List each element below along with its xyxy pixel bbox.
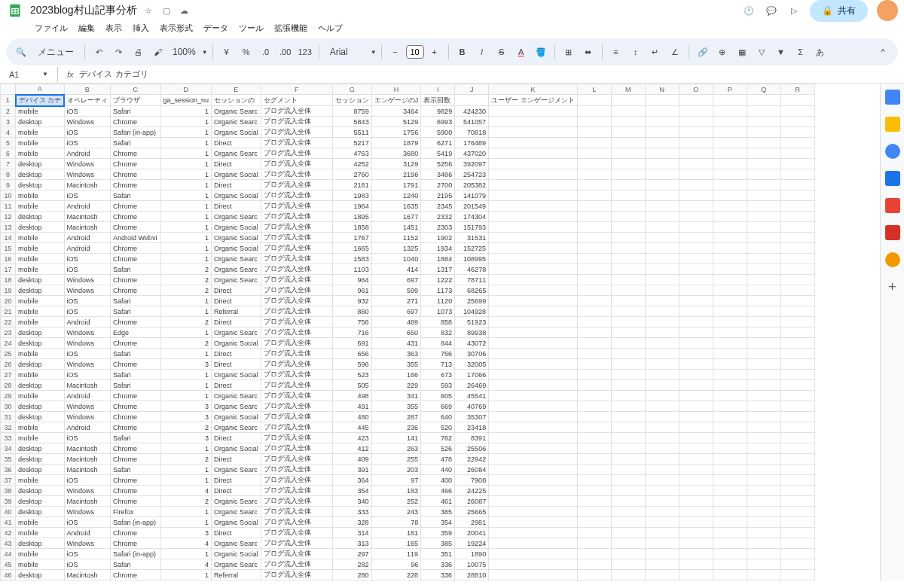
cell[interactable] [645, 359, 679, 370]
avatar[interactable] [877, 0, 898, 21]
cell[interactable] [780, 507, 814, 517]
cell[interactable]: 2181 [332, 180, 371, 190]
col-header[interactable]: D [160, 84, 212, 95]
cell[interactable]: ブログ流入全体 [261, 138, 332, 148]
cell[interactable]: Safari [111, 138, 161, 148]
cell[interactable]: ブログ流入全体 [261, 475, 332, 486]
cell[interactable]: 526 [421, 443, 455, 454]
cell[interactable]: 932 [332, 296, 371, 306]
cell[interactable] [489, 212, 578, 222]
cell[interactable] [780, 169, 814, 180]
cell[interactable]: ブログ流入全体 [261, 433, 332, 443]
cell[interactable]: 363 [371, 349, 421, 359]
cell[interactable]: Chrome [111, 528, 161, 538]
row-header[interactable]: 43 [1, 538, 16, 549]
cell[interactable] [679, 190, 713, 201]
cell[interactable] [489, 138, 578, 148]
cell[interactable]: Chrome [111, 391, 161, 401]
row-header[interactable]: 40 [1, 507, 16, 517]
cell[interactable]: Macintosh [64, 380, 111, 391]
cell[interactable]: 716 [332, 328, 371, 338]
cell[interactable]: Chrome [111, 538, 161, 549]
cell[interactable]: ブログ流入全体 [261, 549, 332, 559]
cell[interactable]: 461 [421, 496, 455, 507]
cell[interactable]: 2 [160, 422, 212, 433]
cell[interactable] [713, 422, 747, 433]
cell[interactable] [577, 412, 611, 422]
cell[interactable] [713, 349, 747, 359]
cell[interactable]: Direct [212, 475, 261, 486]
meet-icon[interactable]: ▷ [787, 4, 801, 17]
cell[interactable] [489, 254, 578, 264]
cell[interactable]: iOS [64, 264, 111, 275]
cell[interactable]: iOS [64, 433, 111, 443]
cell[interactable] [611, 517, 645, 528]
cell[interactable]: Organic Social [212, 169, 261, 180]
cell[interactable] [780, 370, 814, 380]
cell[interactable]: エンゲージのJ [371, 95, 421, 106]
cell[interactable] [747, 475, 780, 486]
cell[interactable]: Safari (in-app) [111, 127, 161, 138]
cell[interactable]: 154 [371, 580, 421, 582]
cell[interactable] [577, 254, 611, 264]
cell[interactable]: Direct [212, 296, 261, 306]
row-header[interactable]: 29 [1, 391, 16, 401]
cell[interactable]: Direct [212, 580, 261, 582]
cell[interactable]: 1 [160, 306, 212, 317]
cell[interactable]: 30706 [455, 349, 489, 359]
row-header[interactable]: 18 [1, 275, 16, 285]
align-h-icon[interactable]: ≡ [607, 43, 625, 61]
row-header[interactable]: 26 [1, 359, 16, 370]
cell[interactable] [679, 370, 713, 380]
row-header[interactable]: 32 [1, 422, 16, 433]
cloud-icon[interactable]: ☁ [178, 4, 191, 17]
cell[interactable]: Safari [111, 559, 161, 570]
menu-help[interactable]: ヘルプ [313, 21, 347, 35]
cell[interactable]: 423 [332, 433, 371, 443]
cell[interactable]: 4 [160, 538, 212, 549]
search-icon[interactable]: 🔍 [12, 43, 30, 61]
cell[interactable]: 2 [160, 275, 212, 285]
cell[interactable]: Organic Social [212, 370, 261, 380]
cell[interactable]: 1635 [371, 201, 421, 212]
cell[interactable] [780, 243, 814, 254]
cell[interactable]: 2 [160, 285, 212, 296]
comment-icon[interactable]: 💬 [765, 4, 778, 17]
cell[interactable]: ブログ流入全体 [261, 370, 332, 380]
cell[interactable]: 31531 [455, 233, 489, 243]
cell[interactable]: desktop [16, 380, 65, 391]
cell[interactable] [489, 148, 578, 159]
cell[interactable]: 3464 [371, 106, 421, 117]
cell[interactable] [645, 517, 679, 528]
cell[interactable]: ブログ流入全体 [261, 222, 332, 233]
cell[interactable] [713, 465, 747, 475]
cell[interactable] [679, 517, 713, 528]
cell[interactable] [645, 222, 679, 233]
cell[interactable]: desktop [16, 222, 65, 233]
cell[interactable]: 183 [371, 486, 421, 496]
cell[interactable] [611, 401, 645, 412]
cell[interactable]: Windows [64, 507, 111, 517]
cell[interactable]: Windows [64, 169, 111, 180]
addon2-icon[interactable] [885, 252, 900, 267]
cell[interactable]: 4 [160, 486, 212, 496]
decimal-increase-icon[interactable]: .00 [276, 43, 295, 61]
cell[interactable] [611, 106, 645, 117]
cell[interactable] [489, 433, 578, 443]
cell[interactable]: 1858 [332, 222, 371, 233]
cell[interactable]: 844 [421, 338, 455, 349]
cell[interactable]: 1 [160, 328, 212, 338]
cell[interactable]: Direct [212, 454, 261, 465]
cell[interactable]: Chrome [111, 222, 161, 233]
cell[interactable]: セグメント [261, 95, 332, 106]
cell[interactable]: 203 [371, 465, 421, 475]
cell[interactable] [780, 159, 814, 169]
cell[interactable] [489, 275, 578, 285]
cell[interactable]: iOS [64, 549, 111, 559]
cell[interactable]: 45541 [455, 391, 489, 401]
cell[interactable] [780, 317, 814, 328]
cell[interactable]: mobile [16, 549, 65, 559]
cell[interactable] [713, 106, 747, 117]
row-header[interactable]: 17 [1, 264, 16, 275]
cell[interactable]: mobile [16, 475, 65, 486]
